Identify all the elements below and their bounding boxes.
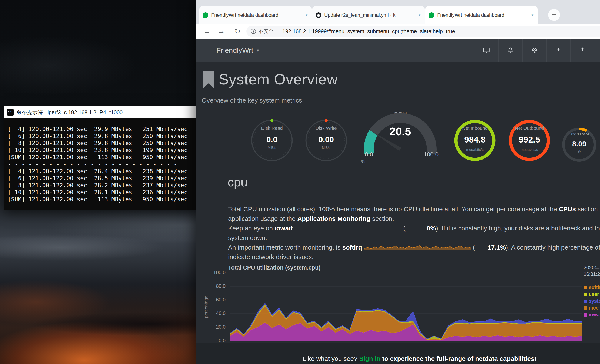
import-button[interactable] xyxy=(546,39,571,62)
terminal-line: [SUM] 121.00-122.00 sec 113 MBytes 950 M… xyxy=(8,196,194,203)
tab-close-button[interactable]: × xyxy=(418,12,421,19)
softirq-sparkline[interactable] xyxy=(364,244,471,251)
y-axis-tick: 40.0 xyxy=(202,311,225,316)
terminal-title: 命令提示符 - iperf3 -c 192.168.1.2 -P4 -t1000 xyxy=(16,109,122,116)
terminal-titlebar[interactable]: C:\_ 命令提示符 - iperf3 -c 192.168.1.2 -P4 -… xyxy=(4,106,196,118)
terminal-line: [ 6] 120.00-121.00 sec 29.8 MBytes 250 M… xyxy=(8,132,194,140)
terminal-line: - - - - - - - - - - - - - - - - - - - - … xyxy=(8,161,194,168)
chart-date: 2020年3 xyxy=(584,264,600,271)
gauge-value: 0.00 xyxy=(305,135,347,144)
gauge-unit: megabits/s xyxy=(454,148,496,152)
text: ). If it is constantly high, your disks … xyxy=(436,225,600,232)
gauge-disk-write[interactable]: Disk Write 0.00 MiB/s xyxy=(305,119,347,162)
legend-label: nice xyxy=(589,305,599,311)
cpu-description: Total CPU utilization (all cores). 100% … xyxy=(228,204,600,262)
header-icons xyxy=(474,39,594,62)
gauge-unit: MiB/s xyxy=(251,146,293,150)
tabs-row: FriendlyWrt netdata dashboard×Update r2s… xyxy=(199,6,538,24)
chevron-down-icon: ▾ xyxy=(257,48,259,53)
gauge-net-outbound[interactable]: Net Outbound 992.5 megabits/s xyxy=(508,119,551,162)
terminal-line: [ 8] 120.00-121.00 sec 29.8 MBytes 250 M… xyxy=(8,140,194,147)
gauge-value: 992.5 xyxy=(508,135,551,144)
gauge-cpu[interactable]: CPU 20.5 0.0 100.0 % xyxy=(356,111,445,166)
gauge-title: Disk Write xyxy=(305,126,347,131)
text: section and per xyxy=(576,205,600,213)
tab-title: Update r2s_lean_minimal.yml · k xyxy=(324,12,416,18)
legend-label: user xyxy=(589,291,599,297)
chart-time: 16:31:2 xyxy=(584,271,600,277)
legend-item[interactable]: softirq xyxy=(584,285,600,290)
terminal-line: [ 10] 120.00-121.00 sec 23.8 MBytes 199 … xyxy=(8,147,194,154)
text: application usage at the xyxy=(228,215,297,222)
description-line: An important metric worth monitoring, is… xyxy=(228,243,600,252)
monitor-button[interactable] xyxy=(474,39,498,62)
applications-monitoring-link[interactable]: Applications Monitoring xyxy=(297,215,370,222)
y-axis-tick: 60.0 xyxy=(202,297,225,303)
reload-icon: ↻ xyxy=(234,27,240,36)
description-line: system down. xyxy=(228,233,600,243)
legend-item[interactable]: nice xyxy=(584,306,600,310)
gauge-max: 100.0 xyxy=(422,151,441,158)
chart-ylabel: percentage xyxy=(203,286,208,328)
legend-item[interactable]: user xyxy=(584,292,600,297)
terminal-line: [ 4] 120.00-121.00 sec 29.9 MBytes 251 M… xyxy=(8,126,194,132)
forward-button[interactable]: → xyxy=(215,25,227,37)
gauge-disk-read[interactable]: Disk Read 0.0 MiB/s xyxy=(251,119,293,162)
alarms-button[interactable] xyxy=(498,39,522,62)
address-bar: ← → ↻ 不安全 192.168.2.1:19999/#menu_system… xyxy=(196,24,600,39)
export-button[interactable] xyxy=(571,39,594,62)
iowait-label: iowait xyxy=(275,225,293,232)
legend-swatch xyxy=(584,293,587,296)
settings-button[interactable] xyxy=(522,39,546,62)
tab-close-button[interactable]: × xyxy=(305,12,308,19)
gauge-unit: % xyxy=(561,149,597,153)
download-icon xyxy=(555,47,562,54)
description-line: application usage at the Applications Mo… xyxy=(228,214,600,223)
browser-tab[interactable]: FriendlyWrt netdata dashboard× xyxy=(199,6,312,24)
gauge-net-inbound[interactable]: Net Inbound 984.8 megabits/s xyxy=(454,119,496,162)
signin-bar: Like what you see? Sign in to experience… xyxy=(196,343,600,364)
text: ( xyxy=(403,225,405,232)
new-tab-button[interactable]: + xyxy=(548,9,560,21)
iowait-sparkline[interactable] xyxy=(295,225,401,232)
description-line: Keep an eye on iowait(0%). If it is cons… xyxy=(228,223,600,233)
legend-item[interactable]: system xyxy=(584,299,600,304)
signin-text: Like what you see? Sign in to experience… xyxy=(289,348,536,364)
back-button[interactable]: ← xyxy=(201,25,213,37)
legend-swatch xyxy=(584,299,587,303)
gear-icon xyxy=(531,47,538,54)
forward-icon: → xyxy=(218,27,225,35)
browser-tab[interactable]: FriendlyWrt netdata dashboard× xyxy=(425,6,538,24)
gauge-unit: % xyxy=(357,159,370,164)
netdata-header: FriendlyWrt ▾ xyxy=(196,39,600,62)
y-axis-tick: 80.0 xyxy=(202,283,225,289)
reload-button[interactable]: ↻ xyxy=(232,25,244,37)
browser-tab[interactable]: Update r2s_lean_minimal.yml · k× xyxy=(312,6,425,24)
cpus-link[interactable]: CPUs xyxy=(559,205,576,213)
gauge-used-ram[interactable]: Used RAM 8.09 % xyxy=(561,127,597,163)
tab-title: FriendlyWrt netdata dashboard xyxy=(211,12,303,18)
brand-dropdown[interactable]: FriendlyWrt ▾ xyxy=(216,39,259,62)
security-label[interactable]: 不安全 xyxy=(258,28,274,35)
signin-link[interactable]: Sign in xyxy=(359,355,380,362)
terminal-line: [ 4] 121.00-122.00 sec 28.4 MBytes 238 M… xyxy=(8,168,194,175)
chart-title: Total CPU utilization (system.cpu) xyxy=(228,264,321,271)
page-title: System Overview xyxy=(219,71,338,88)
brand-label: FriendlyWrt xyxy=(216,46,253,55)
info-icon[interactable] xyxy=(251,28,256,34)
terminal-window[interactable]: C:\_ 命令提示符 - iperf3 -c 192.168.1.2 -P4 -… xyxy=(4,106,196,210)
bell-icon xyxy=(507,47,514,54)
terminal-output[interactable]: [ 4] 120.00-121.00 sec 29.9 MBytes 251 M… xyxy=(4,118,196,210)
legend-swatch xyxy=(584,286,587,289)
netdata-favicon xyxy=(429,12,434,18)
netdata-favicon xyxy=(203,12,208,18)
legend-item[interactable]: iowait xyxy=(584,312,600,317)
text: system down. xyxy=(228,234,267,242)
cpu-utilization-chart[interactable] xyxy=(230,273,582,341)
page-subtitle: Overview of the key system metrics. xyxy=(202,97,304,104)
iowait-value: 0% xyxy=(427,225,436,232)
omnibox[interactable]: 不安全 192.168.2.1:19999/#menu_system_subme… xyxy=(246,26,600,37)
signin-prefix: Like what you see? xyxy=(303,355,359,362)
omnibox-divider xyxy=(278,28,278,35)
tab-close-button[interactable]: × xyxy=(531,12,534,19)
